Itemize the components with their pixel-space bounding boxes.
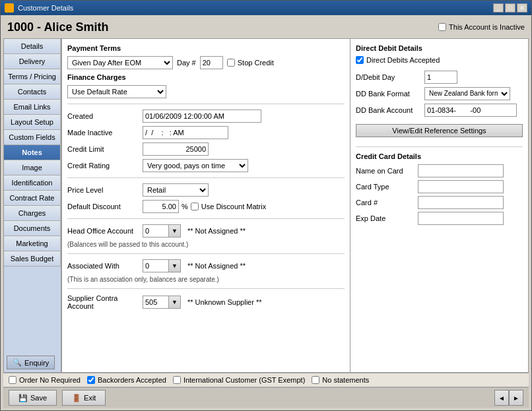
supplier-contra-input[interactable] (143, 296, 169, 309)
sidebar-item-image[interactable]: Image (4, 160, 61, 175)
name-on-card-label: Name on Card (356, 167, 415, 175)
head-office-info: (Balances will be passed to this account… (67, 241, 345, 248)
finance-rate-select[interactable]: Use Default Rate (67, 85, 166, 98)
payment-method-combo: Given Day After EOM (67, 56, 173, 69)
sidebar-item-contract-rate[interactable]: Contract Rate (4, 191, 61, 206)
credit-rating-label: Credit Rating (67, 162, 140, 170)
stop-credit-label: Stop Credit (238, 59, 274, 67)
dd-bank-account-input[interactable] (424, 104, 517, 117)
exp-date-input[interactable] (418, 212, 504, 225)
backorders-accepted-label: Backorders Accepted (98, 376, 166, 384)
prev-button[interactable]: ◄ (494, 390, 509, 406)
credit-limit-input[interactable] (143, 142, 209, 156)
save-icon: 💾 (18, 394, 28, 402)
sidebar-item-charges[interactable]: Charges (4, 206, 61, 221)
supplier-contra-label: Supplier Contra Account (67, 294, 140, 310)
customer-header: 1000 - Alice Smith This Account is Inact… (3, 18, 529, 38)
enquiry-button[interactable]: 🔍 Enquiry (7, 356, 55, 369)
dd-bank-format-select[interactable]: New Zealand Bank format (424, 87, 510, 100)
direct-debits-accepted-checkbox[interactable] (356, 56, 364, 64)
payment-terms-row: Given Day After EOM Day # Stop Credit (67, 56, 345, 69)
international-customer-label: International Customer (GST Exempt) (183, 376, 305, 384)
sidebar-item-identification[interactable]: Identification (4, 175, 61, 191)
card-number-label: Card # (356, 199, 415, 206)
credit-limit-row: Credit Limit (67, 142, 345, 156)
footer: 💾 Save 🚪 Exit ◄ ► (3, 387, 529, 408)
order-no-required-checkbox[interactable] (9, 376, 17, 384)
discount-matrix-label: Use Discount Matrix (201, 203, 266, 210)
ddebit-day-label: D/Debit Day (356, 73, 422, 81)
dd-bank-format-row: DD Bank Format New Zealand Bank format (356, 87, 523, 100)
no-statements-label: No statements (322, 376, 369, 384)
enquiry-icon: 🔍 (13, 358, 22, 367)
default-discount-row: Default Discount % Use Discount Matrix (67, 200, 345, 213)
day-number-input[interactable] (200, 56, 223, 69)
card-type-row: Card Type (356, 180, 523, 193)
international-customer-checkbox[interactable] (173, 376, 181, 384)
no-statements-checkbox[interactable] (312, 376, 319, 384)
price-level-select[interactable]: Retail (143, 183, 209, 197)
stop-credit-checkbox[interactable] (227, 59, 235, 67)
sidebar-item-layout-setup[interactable]: Layout Setup (4, 115, 61, 130)
associated-with-input[interactable] (143, 259, 169, 272)
sidebar-item-contacts[interactable]: Contacts (4, 84, 61, 100)
head-office-assigned: ** Not Assigned ** (187, 227, 246, 235)
created-input[interactable] (143, 110, 261, 123)
window-controls: _ □ ✕ (493, 3, 527, 13)
card-number-input[interactable] (418, 196, 504, 209)
close-button[interactable]: ✕ (517, 3, 527, 13)
main-panel: Payment Terms Given Day After EOM Day # … (61, 38, 350, 373)
direct-debits-accepted-label: Direct Debits Accepted (366, 56, 440, 64)
discount-matrix-checkbox[interactable] (191, 203, 199, 210)
head-office-input[interactable] (143, 224, 169, 237)
sidebar-item-documents[interactable]: Documents (4, 221, 61, 236)
price-level-label: Price Level (67, 186, 140, 194)
percent-sign: % (182, 203, 188, 210)
app-icon (5, 3, 14, 13)
supplier-contra-dropdown-btn[interactable]: ▼ (169, 296, 181, 309)
sidebar-item-marketing[interactable]: Marketing (4, 236, 61, 251)
credit-rating-row: Credit Rating Very good, pays on time (67, 159, 345, 172)
head-office-row: Head Office Account ▼ ** Not Assigned ** (67, 224, 345, 237)
ddebit-day-row: D/Debit Day (356, 71, 523, 84)
save-button[interactable]: 💾 Save (9, 390, 57, 406)
discount-matrix-wrap: Use Discount Matrix (191, 203, 266, 210)
sidebar-item-notes[interactable]: Notes (4, 145, 61, 160)
associated-with-info: (This is an association only, balances a… (67, 276, 345, 283)
name-on-card-input[interactable] (418, 164, 504, 177)
international-customer-wrap: International Customer (GST Exempt) (173, 376, 305, 384)
associated-with-row: Associated With ▼ ** Not Assigned ** (67, 259, 345, 272)
next-button[interactable]: ► (509, 390, 523, 406)
card-type-input[interactable] (418, 180, 504, 193)
sidebar-item-terms-pricing[interactable]: Terms / Pricing (4, 69, 61, 84)
sidebar-item-details[interactable]: Details (4, 39, 61, 54)
inactive-checkbox-row: This Account is Inactive (438, 23, 525, 31)
ddebit-day-input[interactable] (424, 71, 457, 84)
sidebar: Details Delivery Terms / Pricing Contact… (3, 38, 61, 373)
created-row: Created (67, 110, 345, 123)
sidebar-item-email-links[interactable]: Email Links (4, 100, 61, 115)
card-type-label: Card Type (356, 183, 415, 191)
backorders-accepted-wrap: Backorders Accepted (87, 376, 166, 384)
dd-bank-account-row: DD Bank Account (356, 104, 523, 117)
backorders-accepted-checkbox[interactable] (87, 376, 95, 384)
associated-with-dropdown-btn[interactable]: ▼ (169, 259, 181, 272)
payment-method-select[interactable]: Given Day After EOM (67, 56, 173, 69)
sidebar-item-delivery[interactable]: Delivery (4, 54, 61, 69)
made-inactive-input[interactable] (143, 126, 228, 139)
exit-button[interactable]: 🚪 Exit (62, 390, 106, 406)
default-discount-label: Default Discount (67, 203, 140, 210)
finance-charges-title: Finance Charges (67, 73, 345, 81)
default-discount-input[interactable] (143, 200, 179, 213)
credit-rating-select[interactable]: Very good, pays on time (143, 159, 248, 172)
view-edit-reference-button[interactable]: View/Edit Reference Settings (356, 124, 523, 137)
minimize-button[interactable]: _ (493, 3, 504, 13)
sidebar-item-sales-budget[interactable]: Sales Budget (4, 251, 61, 267)
sidebar-item-custom-fields[interactable]: Custom Fields (4, 130, 61, 145)
head-office-dropdown-btn[interactable]: ▼ (169, 224, 181, 237)
dd-bank-format-label: DD Bank Format (356, 90, 422, 98)
inactive-checkbox[interactable] (438, 23, 446, 31)
customer-title: 1000 - Alice Smith (7, 20, 108, 34)
maximize-button[interactable]: □ (505, 3, 515, 13)
associated-with-assigned: ** Not Assigned ** (187, 262, 246, 270)
